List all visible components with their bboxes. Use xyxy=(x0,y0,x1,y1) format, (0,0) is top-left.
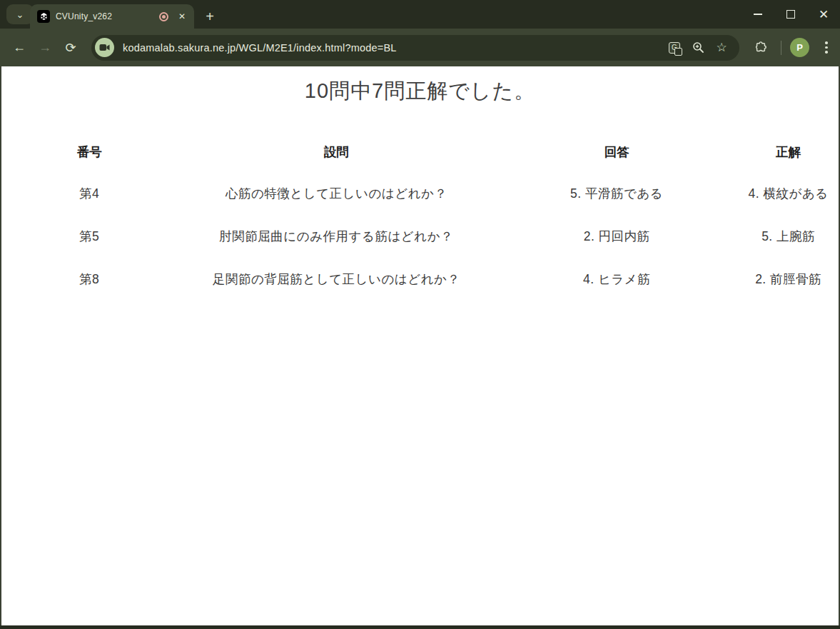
back-button[interactable]: ← xyxy=(7,36,31,60)
translate-icon: G xyxy=(669,42,680,54)
forward-button[interactable]: → xyxy=(33,36,57,60)
cell-correct: 5. 上腕筋 xyxy=(738,215,839,258)
puzzle-piece-icon xyxy=(754,41,767,54)
cell-answer: 5. 平滑筋である xyxy=(495,172,738,215)
cell-number: 第8 xyxy=(1,258,177,301)
toolbar-separator xyxy=(781,41,781,55)
table-row: 第5 肘関節屈曲にのみ作用する筋はどれか？ 2. 円回内筋 5. 上腕筋 xyxy=(1,215,839,258)
header-answer: 回答 xyxy=(495,132,738,172)
extensions-button[interactable] xyxy=(749,36,772,59)
tab-close-icon[interactable]: ✕ xyxy=(176,10,188,23)
minimize-icon xyxy=(754,14,762,15)
cell-number: 第5 xyxy=(1,215,177,258)
table-row: 第4 心筋の特徴として正しいのはどれか？ 5. 平滑筋である 4. 横紋がある xyxy=(1,172,839,215)
bookmark-button[interactable]: ☆ xyxy=(711,37,732,59)
window-controls: ✕ xyxy=(742,0,840,29)
maximize-icon xyxy=(786,10,795,19)
cell-correct: 2. 前脛骨筋 xyxy=(738,258,839,301)
chevron-down-icon: ⌄ xyxy=(16,9,24,20)
header-number: 番号 xyxy=(1,132,177,172)
profile-avatar[interactable]: P xyxy=(790,38,809,57)
cell-number: 第4 xyxy=(1,172,177,215)
close-icon: ✕ xyxy=(819,7,829,22)
page-content: 10問中7問正解でした。 番号 設問 回答 正解 第4 心筋の特徴として正しいの… xyxy=(0,66,840,625)
cell-question: 足関節の背屈筋として正しいのはどれか？ xyxy=(177,258,495,301)
camera-permission-icon[interactable] xyxy=(95,38,114,57)
browser-toolbar: ← → ⟳ kodamalab.sakura.ne.jp/WGL/M2E1/in… xyxy=(0,29,840,66)
url-text[interactable]: kodamalab.sakura.ne.jp/WGL/M2E1/index.ht… xyxy=(123,42,662,54)
cell-answer: 2. 円回内筋 xyxy=(495,215,738,258)
cell-correct: 4. 横紋がある xyxy=(738,172,839,215)
maximize-button[interactable] xyxy=(774,0,807,29)
magnifier-plus-icon xyxy=(692,41,704,54)
toolbar-right: P xyxy=(749,36,837,59)
results-table: 番号 設問 回答 正解 第4 心筋の特徴として正しいのはどれか？ 5. 平滑筋で… xyxy=(1,132,839,301)
cell-question: 心筋の特徴として正しいのはどれか？ xyxy=(177,172,495,215)
reload-button[interactable]: ⟳ xyxy=(59,36,83,60)
zoom-button[interactable] xyxy=(687,37,709,59)
header-question: 設問 xyxy=(177,132,495,172)
address-bar[interactable]: kodamalab.sakura.ne.jp/WGL/M2E1/index.ht… xyxy=(91,35,739,61)
quiz-result-title: 10問中7問正解でした。 xyxy=(1,76,839,106)
cell-answer: 4. ヒラメ筋 xyxy=(495,258,738,301)
tab-recording-indicator-icon xyxy=(159,12,168,21)
browser-window: ⌄ CVUnity_v262 ✕ + ✕ ← → ⟳ xyxy=(0,0,840,629)
table-row: 第8 足関節の背屈筋として正しいのはどれか？ 4. ヒラメ筋 2. 前脛骨筋 xyxy=(1,258,839,301)
three-dot-icon xyxy=(825,41,828,44)
star-icon: ☆ xyxy=(716,40,727,55)
translate-button[interactable]: G xyxy=(664,37,685,59)
minimize-button[interactable] xyxy=(742,0,774,29)
cell-question: 肘関節屈曲にのみ作用する筋はどれか？ xyxy=(177,215,495,258)
close-window-button[interactable]: ✕ xyxy=(807,0,840,29)
unity-favicon-icon xyxy=(37,10,50,23)
header-correct: 正解 xyxy=(738,132,839,172)
browser-menu-button[interactable] xyxy=(816,37,837,59)
table-header-row: 番号 設問 回答 正解 xyxy=(1,132,839,172)
tab-title: CVUnity_v262 xyxy=(56,11,155,21)
tab-strip: ⌄ CVUnity_v262 ✕ + ✕ xyxy=(0,0,840,29)
new-tab-button[interactable]: + xyxy=(200,6,220,26)
tab-cvunity[interactable]: CVUnity_v262 ✕ xyxy=(30,4,194,29)
